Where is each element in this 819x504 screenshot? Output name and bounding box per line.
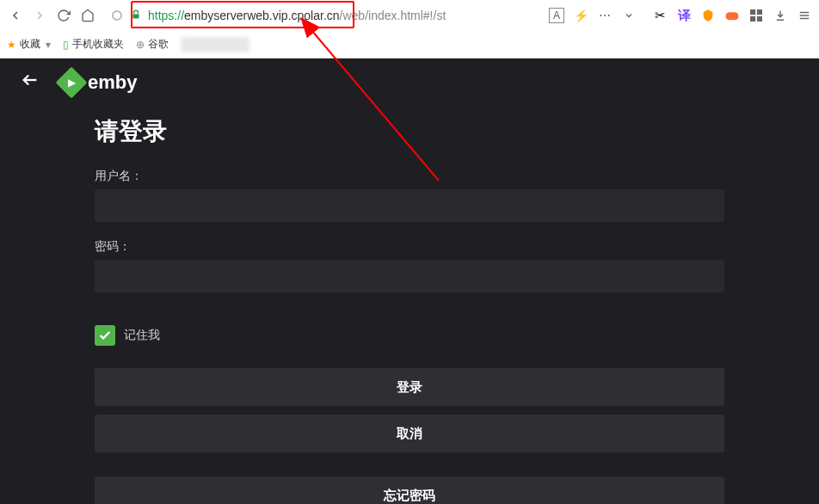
bookmark-google[interactable]: ⊕谷歌 — [136, 37, 169, 52]
login-button[interactable]: 登录 — [95, 368, 724, 406]
lightning-icon[interactable]: ⚡ — [573, 8, 588, 23]
home-button[interactable] — [79, 7, 96, 24]
svg-rect-1 — [726, 12, 739, 20]
translate2-icon[interactable]: 译 — [676, 8, 692, 23]
annotation-highlight-box — [131, 1, 354, 28]
svg-rect-3 — [757, 9, 762, 15]
username-input[interactable] — [95, 189, 724, 222]
username-label: 用户名 — [95, 169, 724, 184]
svg-rect-2 — [750, 9, 755, 15]
browser-nav-bar: https://embyserverweb.vip.cpolar.cn/web/… — [0, 0, 819, 31]
cancel-button[interactable]: 取消 — [95, 415, 724, 452]
remember-checkbox[interactable] — [95, 325, 115, 346]
emby-logo-icon: ▶ — [56, 67, 88, 99]
download-icon[interactable] — [773, 8, 788, 23]
password-label: 密码 — [95, 239, 724, 255]
page-title: 请登录 — [95, 115, 724, 148]
remember-label: 记住我 — [124, 328, 160, 343]
address-bar[interactable]: https://embyserverweb.vip.cpolar.cn/web/… — [103, 3, 645, 28]
shield-icon[interactable] — [700, 8, 716, 23]
bookmark-redacted — [181, 37, 249, 52]
more-icon[interactable]: ⋯ — [597, 8, 613, 23]
forgot-password-button[interactable]: 忘记密码 — [95, 476, 724, 504]
menu-icon[interactable] — [797, 8, 812, 23]
forward-button[interactable] — [31, 7, 48, 24]
chevron-down-icon[interactable] — [621, 8, 637, 23]
reload-button[interactable] — [55, 7, 72, 24]
app-header: ▶ emby — [0, 58, 819, 107]
password-input[interactable] — [95, 260, 724, 292]
translate-icon[interactable]: A — [549, 8, 564, 23]
game-icon[interactable] — [724, 8, 740, 23]
bookmark-mobile[interactable]: ▯手机收藏夹 — [63, 37, 124, 52]
bookmarks-bar: ★收藏▾ ▯手机收藏夹 ⊕谷歌 — [0, 31, 819, 58]
emby-logo: ▶ emby — [60, 71, 137, 94]
grid-icon[interactable] — [748, 8, 764, 23]
svg-rect-5 — [757, 16, 762, 22]
app-content: ▶ emby 请登录 用户名 密码 记住我 登录 取消 忘记密码 — [0, 58, 819, 504]
emby-logo-text: emby — [88, 71, 137, 94]
bookmark-favorites[interactable]: ★收藏▾ — [7, 37, 51, 52]
scissors-icon[interactable]: ✂ — [652, 8, 668, 23]
app-back-button[interactable] — [21, 71, 40, 95]
back-button[interactable] — [7, 7, 24, 24]
svg-rect-4 — [750, 16, 755, 22]
site-info-icon[interactable] — [112, 10, 122, 21]
